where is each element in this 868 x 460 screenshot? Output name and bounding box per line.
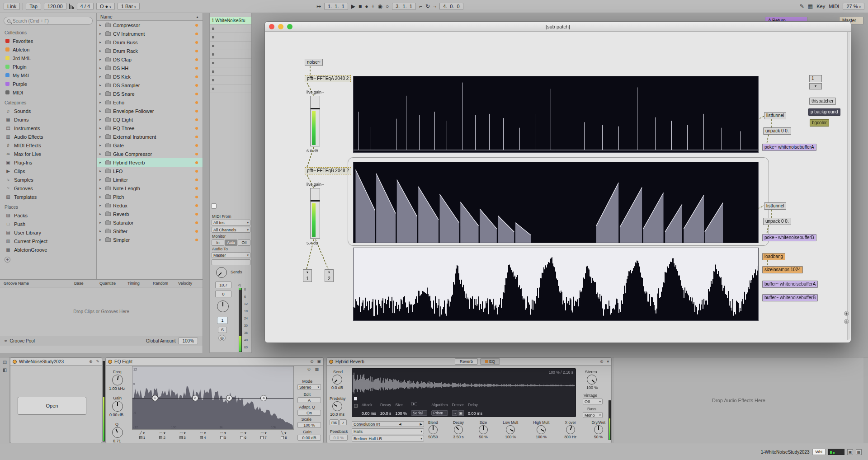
- show-devices-icon[interactable]: ▣: [847, 449, 853, 455]
- knob-value[interactable]: 800 Hz: [564, 435, 576, 439]
- pan-field[interactable]: 0: [215, 291, 231, 297]
- browser-list-item[interactable]: ▸Shifter: [97, 227, 203, 235]
- listfunnel-b-object[interactable]: listfunnel: [764, 202, 786, 210]
- tempo-field[interactable]: 120.00: [44, 3, 66, 10]
- clip-slot[interactable]: [210, 50, 251, 59]
- reverb-knob-dry-wet[interactable]: [594, 425, 603, 434]
- filter-shape-icon[interactable]: ◠ ▾: [179, 431, 185, 435]
- clip-slot[interactable]: [210, 76, 251, 84]
- live-gain-b-value[interactable]: 5.4 dB: [307, 241, 318, 245]
- band-enable-checkbox[interactable]: [139, 436, 142, 439]
- expand-arrow-icon[interactable]: ▸: [99, 117, 103, 122]
- mode-select[interactable]: Stereo: [297, 384, 321, 390]
- gain-value[interactable]: 0.00 dB: [109, 413, 123, 417]
- freeze-in-button[interactable]: →: [452, 410, 458, 416]
- category-item[interactable]: ♫Sounds: [0, 107, 96, 115]
- collection-item[interactable]: My M4L: [0, 71, 96, 80]
- ir-next-button[interactable]: ▶: [420, 422, 422, 426]
- vintage-select[interactable]: Off: [583, 399, 603, 404]
- knob-value[interactable]: 3.50 s: [453, 435, 463, 439]
- draw-mode-icon[interactable]: ✎: [800, 3, 804, 9]
- expand-view-icon[interactable]: ▣: [317, 359, 321, 364]
- browser-list-item[interactable]: ▸DS Sampler: [97, 81, 203, 89]
- clip-stop-button[interactable]: [212, 53, 214, 56]
- spectrum-display-b[interactable]: [353, 162, 759, 243]
- pfft-ffteqb-object[interactable]: pfft~ FFTEqB 2048 2: [305, 167, 351, 174]
- reverb-knob-high-mult[interactable]: [537, 425, 546, 434]
- category-item[interactable]: ▥Audio Effects: [0, 132, 96, 141]
- browser-list-item[interactable]: ▸Simpler: [97, 235, 203, 244]
- groove-column-header[interactable]: Velocity: [178, 281, 203, 286]
- expand-arrow-icon[interactable]: ▸: [99, 178, 103, 182]
- quantize-menu[interactable]: 1 Bar: [118, 3, 140, 10]
- band-enable-checkbox[interactable]: [281, 436, 284, 439]
- eq-band-selector[interactable]: ◠ ▾6: [233, 431, 254, 440]
- stereo-value[interactable]: 100 %: [586, 385, 598, 390]
- expand-arrow-icon[interactable]: ▸: [99, 66, 103, 70]
- category-item[interactable]: ▧Templates: [0, 192, 96, 201]
- vertical-scrollbar[interactable]: [847, 32, 850, 340]
- band-enable-checkbox[interactable]: [159, 436, 162, 439]
- clip-stop-button[interactable]: [212, 62, 214, 64]
- metronome-icon[interactable]: [69, 4, 74, 9]
- poke-buffer-a-object[interactable]: poke~ whitenoisebufferA: [762, 144, 816, 151]
- expand-arrow-icon[interactable]: ▸: [99, 23, 103, 27]
- knob-value[interactable]: 50/50: [428, 435, 438, 439]
- expand-arrow-icon[interactable]: ▸: [99, 83, 103, 87]
- eq-band-selector[interactable]: ◠ ▾2: [152, 431, 173, 440]
- tab-reverb[interactable]: Reverb: [455, 358, 478, 365]
- metronome-menu[interactable]: O ●: [96, 3, 115, 10]
- punch-out-icon[interactable]: ¬: [433, 3, 436, 9]
- patcher-lock-button[interactable]: ◉: [844, 311, 849, 316]
- expand-arrow-icon[interactable]: ▸: [99, 221, 103, 225]
- expand-arrow-icon[interactable]: ▸: [99, 212, 103, 216]
- eq-band-selector[interactable]: ╱ ▾1: [132, 431, 152, 440]
- browser-list-item[interactable]: ▸Redux: [97, 201, 203, 210]
- minimize-button[interactable]: [278, 24, 283, 29]
- key-map-button[interactable]: Key: [816, 4, 825, 9]
- expand-arrow-icon[interactable]: ▸: [99, 75, 103, 79]
- filter-shape-icon[interactable]: ◠ ▾: [160, 431, 165, 435]
- fold-icon[interactable]: ▾: [607, 359, 609, 364]
- place-item[interactable]: ▦AbletonGroove: [0, 245, 96, 254]
- ir-size-value[interactable]: 100 %: [396, 411, 407, 416]
- adapt-q-toggle[interactable]: On: [297, 410, 321, 416]
- output-gain-field[interactable]: 0.00 dB: [297, 435, 321, 441]
- unpack-b-object[interactable]: unpack 0 0.: [763, 218, 791, 225]
- clip-stop-button[interactable]: [212, 28, 214, 30]
- collection-item[interactable]: Favorites: [0, 37, 96, 45]
- follow-icon[interactable]: ↦: [316, 3, 321, 9]
- punch-in-icon[interactable]: ⌐: [419, 3, 422, 9]
- hot-swap-icon[interactable]: ⊙: [600, 359, 604, 364]
- send-a-knob[interactable]: [216, 267, 227, 278]
- trigger-2-box[interactable]: ▼2: [325, 269, 334, 282]
- clip-stop-button[interactable]: [212, 45, 214, 47]
- knob-value[interactable]: 50 %: [479, 435, 487, 439]
- category-item[interactable]: ▶Clips: [0, 167, 96, 175]
- clip-slot[interactable]: [210, 33, 251, 42]
- reverb-knob-decay[interactable]: [454, 425, 463, 434]
- reverb-knob-x-over[interactable]: [566, 425, 575, 434]
- device-activator[interactable]: [13, 360, 17, 364]
- device-mini-tab[interactable]: Whi: [812, 449, 826, 455]
- groove-column-header[interactable]: Quantize: [99, 281, 127, 286]
- hot-swap-icon[interactable]: ⊙: [310, 359, 314, 364]
- add-collection-button[interactable]: +: [5, 257, 10, 263]
- browser-list-item[interactable]: ▸Drum Rack: [97, 47, 203, 55]
- browser-list-item[interactable]: ▸Glue Compressor: [97, 150, 203, 158]
- thispatcher-object[interactable]: thispatcher: [809, 98, 836, 105]
- listfunnel-a-object[interactable]: listfunnel: [764, 112, 786, 119]
- computer-midi-keyboard-icon[interactable]: ▦: [808, 3, 813, 9]
- browser-list-item[interactable]: ▸DS HH: [97, 64, 203, 72]
- groove-pool-icon[interactable]: ≈: [5, 338, 7, 343]
- attack-value[interactable]: 0.00 ms: [362, 411, 376, 416]
- browser-search[interactable]: [4, 17, 93, 25]
- clip-slot[interactable]: [210, 24, 251, 33]
- reverb-knob-size[interactable]: [479, 425, 488, 434]
- feedback-field[interactable]: 0.0 %: [330, 435, 348, 441]
- device-activator[interactable]: [108, 360, 112, 364]
- band-enable-checkbox[interactable]: [260, 436, 264, 439]
- eq-filter-node[interactable]: 2: [192, 395, 198, 401]
- presentation-mode-button[interactable]: ◎: [844, 319, 849, 324]
- filter-shape-icon[interactable]: ◠ ▾: [260, 431, 266, 435]
